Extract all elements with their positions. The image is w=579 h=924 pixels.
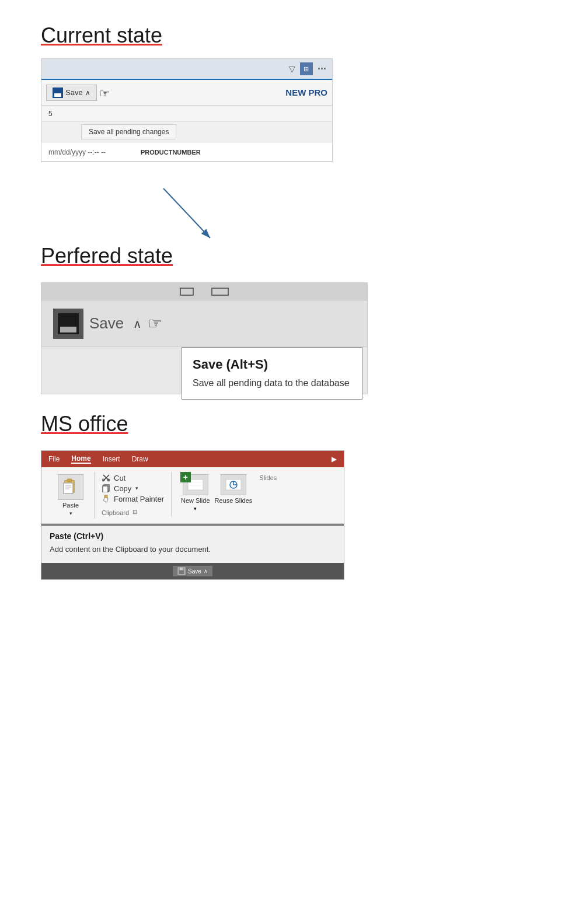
ms-menubar: File Home Insert Draw ▶ — [41, 451, 344, 467]
ms-paste-label: Paste — [62, 502, 79, 509]
preferred-state-screenshot: Save ∧ ☞ Save (Alt+S) Save all pending d… — [41, 282, 368, 394]
paste-svg — [62, 478, 79, 496]
filter-icon: ▽ — [289, 64, 295, 74]
ms-bottom-bar: Save ∧ — [41, 563, 344, 579]
cs-save-tooltip: Save all pending changes — [81, 124, 176, 139]
ms-format-painter-row: Format Painter — [102, 494, 164, 503]
cs-row-number: 5 — [41, 106, 332, 122]
ps-topbar — [41, 283, 367, 300]
cs-toolbar: Save ∧ ☞ NEW PRO — [41, 80, 332, 106]
cs-save-caret: ∧ — [85, 89, 90, 97]
ms-paste-tooltip-body: Add content on the Clipboard to your doc… — [50, 544, 336, 555]
ps-icon1 — [180, 288, 194, 296]
ms-cut-label[interactable]: Cut — [114, 474, 125, 482]
ms-slides-section-label: Slides — [259, 474, 277, 481]
ps-save-label: Save — [89, 314, 124, 332]
ms-clipboard-expand[interactable]: ⊡ — [132, 509, 137, 515]
cs-date-placeholder: mm/dd/yyyy --:-- -- — [48, 148, 106, 156]
ps-tooltip-box: Save (Alt+S) Save all pending data to th… — [182, 347, 362, 400]
ps-toolbar: Save ∧ ☞ — [41, 300, 367, 347]
ms-menu-file[interactable]: File — [48, 455, 60, 463]
ps-save-caret: ∧ — [133, 317, 142, 331]
ms-bottom-save-label: Save — [188, 568, 201, 575]
ms-menu-more: ▶ — [332, 455, 337, 463]
ms-clipboard-section-label: Clipboard — [102, 509, 129, 516]
ms-reuse-slides-label: Reuse Slides — [215, 497, 253, 504]
svg-rect-4 — [64, 483, 73, 494]
svg-rect-22 — [180, 568, 183, 570]
ms-cut-icon — [102, 473, 111, 482]
ps-icon2 — [211, 288, 229, 296]
reuse-slides-svg — [225, 478, 242, 491]
ms-reuse-slides-icon — [221, 474, 246, 495]
svg-rect-13 — [103, 486, 108, 492]
ms-clipboard-actions: Cut Copy ▾ — [102, 473, 164, 516]
ms-paste-icon — [58, 474, 83, 500]
ms-paste-tooltip-title: Paste (Ctrl+V) — [50, 531, 336, 541]
ms-reuse-slides-button[interactable]: Reuse Slides — [215, 474, 253, 504]
ms-menu-draw[interactable]: Draw — [132, 455, 148, 463]
svg-rect-14 — [104, 495, 107, 498]
ms-copy-dropdown[interactable]: ▾ — [135, 485, 138, 491]
svg-rect-21 — [179, 570, 184, 574]
ms-copy-label[interactable]: Copy — [114, 484, 131, 493]
ms-ribbon-slides-group: + New Slide ▾ — [172, 472, 284, 514]
cs-topbar: ▽ ⊞ ··· — [41, 59, 332, 80]
ps-save-icon — [53, 309, 83, 339]
svg-rect-3 — [67, 479, 72, 482]
cs-dots: ··· — [318, 63, 326, 75]
cs-row-num-value: 5 — [48, 110, 53, 118]
ms-new-slide-dropdown[interactable]: ▾ — [194, 506, 197, 512]
svg-line-1 — [163, 188, 210, 238]
ms-new-slide-icon: + — [183, 474, 208, 495]
ms-copy-row: Copy ▾ — [102, 484, 164, 493]
ms-format-painter-icon — [102, 494, 111, 503]
ms-menu-home[interactable]: Home — [71, 454, 90, 464]
format-painter-svg — [102, 495, 110, 503]
ms-cut-row: Cut — [102, 473, 164, 482]
ms-bottom-caret[interactable]: ∧ — [204, 568, 208, 574]
cs-cursor: ☞ — [99, 86, 110, 100]
ms-bottom-save-icon — [177, 567, 186, 575]
cut-svg — [102, 474, 110, 482]
ms-ribbon: Paste ▾ Cut — [41, 467, 344, 524]
ms-paste-dropdown[interactable]: ▾ — [69, 510, 72, 516]
ms-bottom-save-btn[interactable]: Save ∧ — [173, 566, 212, 576]
copy-svg — [102, 484, 110, 492]
cs-date-row: mm/dd/yyyy --:-- -- PRODUCTNUMBER — [41, 143, 332, 162]
ms-new-slide-label: New Slide — [181, 497, 210, 504]
cs-save-icon — [53, 88, 63, 98]
ps-cursor: ☞ — [148, 314, 162, 333]
current-state-heading: Current state — [41, 23, 538, 48]
ms-green-plus-icon: + — [180, 472, 191, 482]
ms-format-painter-label[interactable]: Format Painter — [114, 495, 164, 503]
ms-new-slide-button[interactable]: + New Slide ▾ — [181, 474, 210, 512]
cs-product-header: PRODUCTNUMBER — [141, 149, 201, 156]
ms-ribbon-paste-group: Paste ▾ — [47, 472, 95, 519]
ms-paste-tooltip: Paste (Ctrl+V) Add content on the Clipbo… — [41, 524, 344, 563]
ms-office-heading: MS office — [41, 412, 538, 436]
preferred-state-heading: Perfered state — [41, 244, 538, 268]
cs-new-pro-label: NEW PRO — [285, 88, 327, 97]
state-arrow — [158, 186, 228, 244]
cs-save-button[interactable]: Save ∧ — [46, 85, 97, 101]
ms-ribbon-clipboard-group: Cut Copy ▾ — [95, 472, 172, 516]
ms-office-screenshot: File Home Insert Draw ▶ — [41, 450, 344, 580]
cs-save-label: Save — [65, 88, 83, 97]
ps-tooltip-title: Save (Alt+S) — [193, 357, 351, 372]
cs-tooltip-container: Save all pending changes — [41, 122, 332, 143]
ms-copy-icon — [102, 484, 111, 493]
ms-paste-button[interactable]: Paste ▾ — [54, 472, 87, 519]
current-state-screenshot: ▽ ⊞ ··· Save ∧ ☞ NEW PRO 5 Save all pend… — [41, 58, 333, 162]
ms-menu-insert[interactable]: Insert — [103, 455, 120, 463]
ms-slide-icons: + New Slide ▾ — [179, 472, 254, 514]
ps-save-icon-inner — [58, 313, 79, 334]
ps-tooltip-body: Save all pending data to the database — [193, 377, 351, 390]
cs-topbar-icon: ⊞ — [300, 62, 313, 75]
